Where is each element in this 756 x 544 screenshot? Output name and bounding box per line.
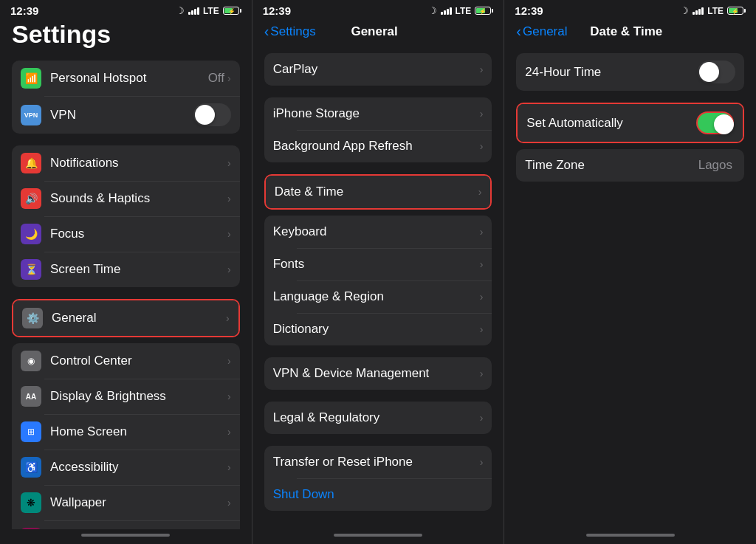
row-vpn-device-mgmt[interactable]: VPN & Device Management › [264, 357, 492, 390]
panel-date-time: 12:39 ☽ LTE ⚡ ‹ General [504, 0, 756, 544]
row-accessibility[interactable]: ♿ Accessibility › [12, 450, 240, 485]
hotspot-label: Personal Hotspot [50, 71, 208, 86]
group-timezone: Time Zone Lagos [516, 149, 744, 182]
screen-time-chevron: › [227, 264, 231, 275]
accessibility-chevron: › [227, 461, 231, 473]
group-keyboard: Keyboard › Fonts › Language & Region › D… [264, 216, 492, 345]
group-vpn-mgmt: VPN & Device Management › [264, 357, 492, 390]
row-date-time[interactable]: Date & Time › [266, 176, 491, 208]
row-legal-regulatory[interactable]: Legal & Regulatory › [264, 402, 492, 434]
row-dictionary[interactable]: Dictionary › [264, 313, 492, 345]
home-screen-chevron: › [227, 426, 231, 438]
back-chevron-2: ‹ [264, 23, 269, 40]
focus-icon: 🌙 [21, 224, 41, 244]
home-indicator-2 [252, 529, 504, 544]
row-control-center[interactable]: ◉ Control Center › [12, 343, 240, 379]
nav-title-2: General [351, 24, 397, 39]
screen-time-icon: ⏳ [21, 259, 41, 280]
notifications-chevron: › [227, 157, 231, 169]
back-button-2[interactable]: ‹ Settings [264, 23, 316, 40]
background-refresh-label: Background App Refresh [273, 139, 480, 154]
24-hour-toggle[interactable] [698, 61, 735, 83]
row-display-brightness[interactable]: AA Display & Brightness › [12, 379, 240, 414]
row-set-automatically[interactable]: Set Automatically [518, 104, 743, 142]
row-personal-hotspot[interactable]: 📶 Personal Hotspot Off › [12, 61, 240, 96]
row-home-screen[interactable]: ⊞ Home Screen › [12, 414, 240, 450]
group-24hour: 24-Hour Time [516, 53, 744, 91]
row-shutdown[interactable]: Shut Down [264, 478, 492, 511]
row-iphone-storage[interactable]: iPhone Storage › [264, 97, 492, 130]
language-region-chevron: › [480, 291, 484, 303]
group-transfer: Transfer or Reset iPhone › Shut Down [264, 446, 492, 511]
general-chevron: › [226, 312, 230, 324]
row-notifications[interactable]: 🔔 Notifications › [12, 145, 240, 181]
focus-label: Focus [50, 227, 227, 241]
row-language-region[interactable]: Language & Region › [264, 280, 492, 313]
row-24-hour-time[interactable]: 24-Hour Time [516, 53, 744, 91]
row-siri-search[interactable]: ◎ Siri & Search › [12, 520, 240, 529]
panel-general: 12:39 ☽ LTE ⚡ ‹ Settings [252, 0, 504, 544]
general-icon: ⚙️ [22, 308, 43, 328]
home-indicator-1 [0, 529, 252, 544]
keyboard-label: Keyboard [273, 224, 480, 239]
back-label-3: General [523, 24, 567, 39]
vpn-icon: VPN [21, 105, 41, 125]
control-center-label: Control Center [50, 354, 227, 368]
group-display: ◉ Control Center › AA Display & Brightne… [12, 343, 240, 529]
moon-icon-1: ☽ [176, 5, 185, 16]
row-carplay[interactable]: CarPlay › [264, 53, 492, 86]
timezone-label: Time Zone [525, 158, 698, 173]
row-timezone[interactable]: Time Zone Lagos [516, 149, 744, 182]
row-screen-time[interactable]: ⏳ Screen Time › [12, 252, 240, 287]
panel-settings: 12:39 ☽ LTE ⚡ Settings [0, 0, 252, 544]
moon-icon-3: ☽ [680, 5, 689, 16]
status-time-3: 12:39 [515, 4, 543, 17]
row-keyboard[interactable]: Keyboard › [264, 216, 492, 248]
row-background-refresh[interactable]: Background App Refresh › [264, 130, 492, 162]
group-set-auto-highlighted: Set Automatically [516, 103, 744, 143]
dictionary-label: Dictionary [273, 322, 480, 337]
row-wallpaper[interactable]: ❋ Wallpaper › [12, 485, 240, 520]
shutdown-label: Shut Down [273, 487, 484, 502]
row-focus[interactable]: 🌙 Focus › [12, 216, 240, 252]
general-list: CarPlay › iPhone Storage › Background Ap… [252, 47, 504, 529]
row-vpn[interactable]: VPN VPN [12, 96, 240, 134]
status-bar-1: 12:39 ☽ LTE ⚡ [0, 0, 252, 20]
fonts-chevron: › [480, 258, 484, 270]
lte-label-1: LTE [203, 6, 219, 16]
status-time-2: 12:39 [263, 4, 291, 17]
row-sounds-haptics[interactable]: 🔊 Sounds & Haptics › [12, 181, 240, 216]
set-auto-label: Set Automatically [526, 116, 696, 131]
display-icon: AA [21, 386, 41, 407]
display-chevron: › [227, 390, 231, 402]
screen-time-label: Screen Time [50, 262, 227, 277]
legal-regulatory-label: Legal & Regulatory [273, 410, 480, 425]
date-time-label: Date & Time [275, 185, 478, 199]
sounds-icon: 🔊 [21, 188, 41, 209]
back-button-3[interactable]: ‹ General [516, 23, 567, 40]
display-label: Display & Brightness [50, 389, 227, 404]
dictionary-chevron: › [480, 323, 484, 335]
home-screen-label: Home Screen [50, 424, 227, 439]
back-label-2: Settings [270, 24, 315, 39]
fonts-label: Fonts [273, 257, 480, 272]
status-bar-3: 12:39 ☽ LTE ⚡ [504, 0, 756, 20]
general-label: General [52, 311, 226, 326]
sounds-chevron: › [227, 193, 231, 204]
vpn-device-mgmt-chevron: › [480, 368, 484, 379]
vpn-label: VPN [50, 108, 193, 123]
vpn-toggle[interactable] [193, 103, 231, 126]
group-notifications: 🔔 Notifications › 🔊 Sounds & Haptics › 🌙… [12, 145, 240, 287]
keyboard-chevron: › [480, 226, 484, 238]
legal-regulatory-chevron: › [480, 412, 484, 424]
24-hour-label: 24-Hour Time [525, 65, 698, 80]
hotspot-icon: 📶 [21, 68, 41, 89]
sounds-label: Sounds & Haptics [50, 191, 227, 206]
row-general[interactable]: ⚙️ General › [13, 300, 238, 336]
accessibility-icon: ♿ [21, 457, 41, 478]
wallpaper-label: Wallpaper [50, 495, 227, 510]
wallpaper-chevron: › [227, 497, 231, 509]
set-auto-toggle[interactable] [696, 111, 734, 134]
row-transfer-reset[interactable]: Transfer or Reset iPhone › [264, 446, 492, 478]
row-fonts[interactable]: Fonts › [264, 248, 492, 280]
